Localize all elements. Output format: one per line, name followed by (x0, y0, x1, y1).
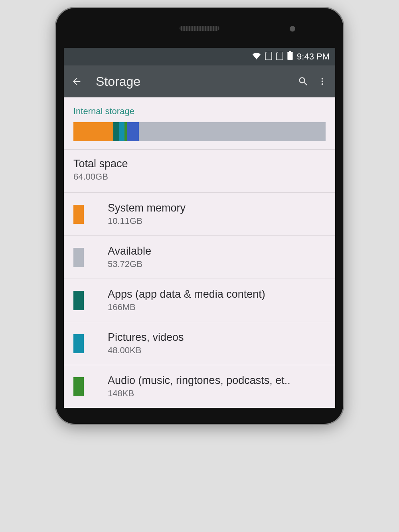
item-value: 10.11GB (108, 216, 326, 226)
sim1-icon (265, 52, 272, 62)
bar-segment (119, 122, 124, 141)
storage-item-available[interactable]: Available53.72GB (64, 235, 335, 279)
item-texts: Pictures, videos48.00KB (108, 331, 326, 356)
search-button[interactable] (294, 72, 313, 91)
storage-item-audio[interactable]: Audio (music, ringtones, podcasts, et..1… (64, 365, 335, 408)
bar-segment (113, 122, 119, 141)
item-texts: Apps (app data & media content)166MB (108, 288, 326, 312)
sim2-icon (276, 52, 283, 62)
storage-item-pictures-videos[interactable]: Pictures, videos48.00KB (64, 322, 335, 365)
color-swatch (73, 205, 84, 224)
item-texts: System memory10.11GB (108, 202, 326, 226)
total-space-row[interactable]: Total space 64.00GB (64, 149, 335, 192)
phone-frame: 9:43 PM Storage Internal storage Total s… (56, 8, 343, 424)
item-label: Audio (music, ringtones, podcasts, et.. (108, 374, 326, 387)
svg-point-2 (322, 78, 323, 79)
storage-item-apps[interactable]: Apps (app data & media content)166MB (64, 279, 335, 322)
color-swatch (73, 334, 84, 353)
storage-content[interactable]: Internal storage Total space 64.00GB Sys… (64, 97, 335, 408)
item-value: 148KB (108, 388, 326, 399)
color-swatch (73, 291, 84, 310)
color-swatch (73, 248, 84, 267)
bar-segment (127, 122, 139, 141)
wifi-icon (252, 51, 261, 62)
item-label: Available (108, 245, 326, 257)
total-space-label: Total space (73, 158, 326, 170)
item-value: 53.72GB (108, 259, 326, 269)
app-bar: Storage (64, 65, 335, 97)
svg-rect-0 (287, 52, 292, 60)
item-texts: Available53.72GB (108, 245, 326, 269)
storage-item-system-memory[interactable]: System memory10.11GB (64, 192, 335, 235)
search-icon (298, 76, 309, 87)
item-label: Pictures, videos (108, 331, 326, 344)
screen: 9:43 PM Storage Internal storage Total s… (64, 48, 335, 408)
phone-speaker (180, 26, 219, 31)
svg-rect-1 (289, 51, 291, 52)
page-title: Storage (86, 74, 294, 89)
color-swatch (73, 377, 84, 396)
storage-usage-bar (64, 122, 335, 149)
battery-icon (287, 51, 293, 62)
svg-point-3 (322, 81, 323, 82)
item-texts: Audio (music, ringtones, podcasts, et..1… (108, 374, 326, 399)
item-value: 166MB (108, 302, 326, 312)
section-header-internal: Internal storage (64, 97, 335, 122)
item-label: Apps (app data & media content) (108, 288, 326, 301)
bar-segment (139, 122, 326, 141)
bar-segment (73, 122, 113, 141)
status-time: 9:43 PM (297, 51, 330, 62)
svg-point-4 (322, 83, 323, 85)
total-space-value: 64.00GB (73, 172, 326, 182)
item-label: System memory (108, 202, 326, 214)
phone-front-camera (290, 26, 295, 32)
more-vert-icon (318, 76, 327, 87)
overflow-menu-button[interactable] (313, 72, 332, 91)
status-bar: 9:43 PM (64, 48, 335, 65)
back-button[interactable] (67, 72, 86, 91)
item-value: 48.00KB (108, 345, 326, 356)
